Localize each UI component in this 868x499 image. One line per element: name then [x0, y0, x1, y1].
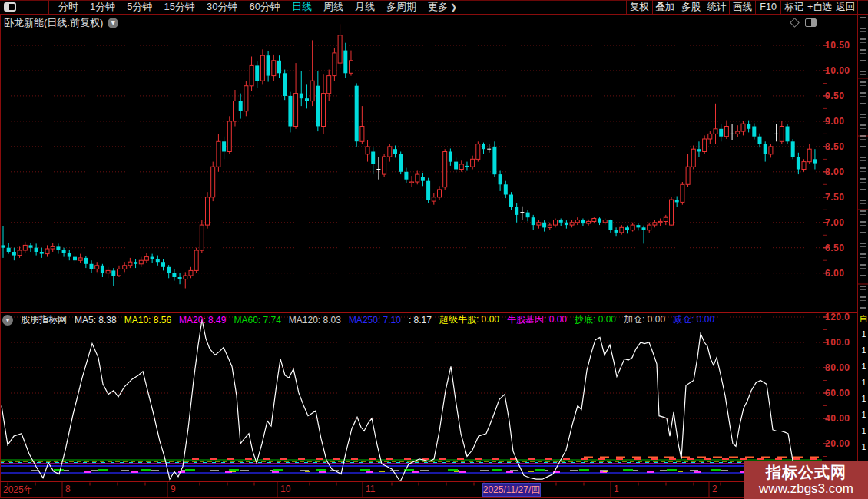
sidebar-item-count[interactable]: 1	[860, 345, 868, 355]
indicator-axis-label: 20.00	[825, 438, 855, 449]
button-画线[interactable]: 画线	[729, 0, 755, 14]
indicator-value: MA5: 8.38	[75, 315, 117, 326]
indicator-value: MA20: 8.49	[179, 315, 226, 326]
tab-period-30分钟[interactable]: 30分钟	[207, 0, 237, 14]
button-多股[interactable]: 多股	[678, 0, 704, 14]
tab-period-周线[interactable]: 周线	[323, 0, 343, 14]
indicator-axis-label: 120.0	[825, 312, 855, 322]
sidebar-item-count[interactable]: 1	[860, 426, 868, 435]
date-label: 1	[614, 484, 619, 494]
indicator-value: MA60: 7.74	[234, 315, 280, 326]
indicator-name: 股朋指标网	[21, 313, 67, 326]
symbol-title-bar: 卧龙新能(日线.前复权) ▾	[0, 15, 822, 31]
date-label: 8	[65, 484, 71, 494]
tab-period-日线[interactable]: 日线	[292, 0, 312, 14]
watermark-title: 指标公式网	[766, 463, 846, 481]
indicator-value: 牛股基因: 0.00	[507, 313, 567, 326]
indicator-value: 超级牛股: 0.00	[439, 313, 499, 326]
price-axis-label: 6.50	[825, 243, 855, 253]
tab-period-1分钟[interactable]: 1分钟	[90, 0, 115, 14]
stock-app-window: 分时1分钟5分钟15分钟30分钟60分钟日线周线月线多周期更多❯ 复权叠加多股统…	[0, 0, 868, 499]
tab-period-分时[interactable]: 分时	[58, 0, 78, 14]
indicator-value: 减仓: 0.00	[673, 313, 714, 326]
indicator-value: : 8.17	[409, 315, 432, 326]
indicator-header: ▾ 股朋指标网MA5: 8.38MA10: 8.56MA20: 8.49MA60…	[2, 314, 714, 326]
button-复权[interactable]: 复权	[626, 0, 652, 14]
price-axis-label: 8.50	[825, 141, 855, 152]
chevron-right-icon: ❯	[450, 2, 457, 12]
toolbar-right-buttons: 复权叠加多股统计画线F10标记+自选返回	[626, 0, 858, 14]
price-axis-label: 6.00	[825, 268, 855, 279]
indicator-value: 加仓: 0.00	[624, 313, 665, 326]
chart-canvas[interactable]	[0, 0, 868, 499]
indicator-value: MA120: 8.03	[289, 315, 341, 326]
tab-period-月线[interactable]: 月线	[355, 0, 375, 14]
button-F10[interactable]: F10	[755, 0, 781, 14]
button-统计[interactable]: 统计	[704, 0, 730, 14]
tab-period-多周期[interactable]: 多周期	[386, 0, 416, 14]
period-menu: 分时1分钟5分钟15分钟30分钟60分钟日线周线月线多周期更多❯	[58, 0, 457, 14]
indicator-value: MA10: 8.56	[124, 315, 171, 326]
indicator-collapse-icon[interactable]: ▾	[2, 315, 13, 326]
sidebar-item-count[interactable]: 1	[860, 378, 868, 387]
sidebar-item-count[interactable]: 1	[860, 362, 868, 371]
diamond-icon[interactable]	[790, 18, 800, 28]
button-+自选[interactable]: +自选	[807, 0, 833, 14]
indicator-axis-label: 40.00	[825, 413, 855, 424]
title-row-icons	[791, 15, 817, 30]
panel-split-icon[interactable]	[805, 18, 817, 27]
indicator-axis-label: 60.00	[825, 388, 855, 398]
date-axis[interactable]: 2025年89101112	[0, 482, 868, 497]
sidebar-item-count[interactable]: 1	[860, 394, 868, 403]
tab-period-5分钟[interactable]: 5分钟	[127, 0, 152, 14]
date-label: 2	[712, 484, 717, 494]
indicator-axis-label: 80.00	[825, 362, 855, 373]
menu-more[interactable]: 更多❯	[428, 0, 457, 14]
date-label: 9	[171, 484, 176, 494]
chevron-down-icon[interactable]: ▾	[108, 18, 118, 28]
price-axis-label: 7.00	[825, 217, 855, 228]
price-axis-label: 9.50	[825, 91, 855, 101]
toolbar-divider	[48, 0, 49, 14]
indicator-axis-label: 100.0	[825, 337, 855, 348]
button-返回[interactable]: 返回	[833, 0, 859, 14]
sidebar-item-count[interactable]: 1	[860, 329, 868, 339]
sidebar-item-auto[interactable]: 自	[860, 313, 868, 325]
watermark-badge: 指标公式网 www.zbgs3.com	[744, 461, 868, 499]
highlighted-date: 2025/11/27/四	[482, 483, 541, 497]
date-label: 2025年	[3, 484, 33, 497]
watermark-url: www.zbgs3.com	[759, 481, 853, 497]
date-label: 10	[280, 484, 290, 494]
price-axis-label: 8.00	[825, 167, 855, 177]
sidebar-item-count[interactable]: 1	[860, 410, 868, 419]
date-label: 11	[366, 484, 375, 494]
price-axis-label: 10.50	[825, 40, 855, 51]
tab-period-15分钟[interactable]: 15分钟	[164, 0, 194, 14]
price-axis-label: 9.00	[825, 116, 855, 127]
button-叠加[interactable]: 叠加	[652, 0, 678, 14]
tab-period-60分钟[interactable]: 60分钟	[249, 0, 280, 14]
price-axis-label: 7.50	[825, 192, 855, 203]
button-标记[interactable]: 标记	[780, 0, 807, 14]
indicator-value: MA250: 7.10	[349, 315, 401, 326]
price-axis-label: 10.00	[825, 65, 855, 76]
right-sidebar-clipped-text[interactable]	[860, 17, 866, 311]
symbol-title: 卧龙新能(日线.前复权)	[4, 16, 103, 30]
layout-toggle-icon[interactable]	[4, 2, 16, 12]
indicator-value: 抄底: 0.00	[575, 313, 616, 326]
sidebar-item-count[interactable]: 1	[860, 442, 868, 451]
menu-more-label: 更多	[428, 0, 448, 14]
